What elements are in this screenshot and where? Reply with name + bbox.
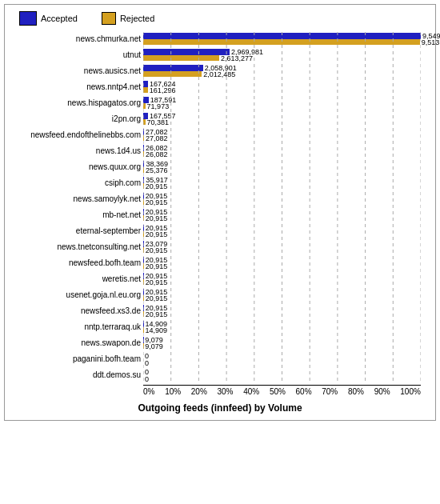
bar-label: eternal-september (13, 226, 141, 235)
bar-row: weretis.net20,91520,915 (143, 272, 421, 286)
bar-label: news.1d4.us (13, 146, 141, 155)
bar-rejected-value: 20,915 (144, 198, 168, 206)
bar-rejected-value: 27,082 (144, 134, 168, 142)
rejected-color-box (102, 12, 116, 25)
bar-rejected-value: 25,376 (144, 166, 168, 174)
bar-rejected (143, 71, 202, 77)
bar-label: news.ausics.net (13, 66, 141, 75)
chart-plot-area: news.chmurka.net9,549,3329,513,511utnut2… (143, 32, 421, 396)
bar-label: usenet.goja.nl.eu.org (13, 290, 141, 299)
accepted-label: Accepted (41, 14, 78, 23)
bar-label: newsfeed.bofh.team (13, 258, 141, 267)
bar-label: ddt.demos.su (13, 370, 141, 379)
bar-rejected-value: 26,082 (144, 150, 168, 158)
bar-row: news.tnetconsulting.net23,07920,915 (143, 240, 421, 254)
bar-rejected (143, 55, 219, 61)
bar-rejected-value: 0 (143, 359, 149, 367)
bar-row: news.samoylyk.net20,91520,915 (143, 192, 421, 206)
rejected-label: Rejected (120, 14, 154, 23)
bar-rejected-value: 20,915 (144, 246, 168, 254)
bar-rejected-value: 20,915 (144, 230, 168, 238)
bar-row: news.hispagatos.org187,59171,973 (143, 96, 421, 110)
bar-label: news.hispagatos.org (13, 98, 141, 107)
bar-row: utnut2,969,9812,613,277 (143, 48, 421, 62)
bar-row: newsfeed.bofh.team20,91520,915 (143, 256, 421, 270)
bars-container: news.chmurka.net9,549,3329,513,511utnut2… (143, 32, 421, 382)
bar-label: news.nntp4.net (13, 82, 141, 91)
bar-rejected-value: 20,915 (144, 262, 168, 270)
bar-label: newsfeed.xs3.de (13, 306, 141, 315)
bar-rejected-value: 20,915 (144, 214, 168, 222)
bar-row: news.chmurka.net9,549,3329,513,511 (143, 32, 421, 46)
bar-rejected (143, 39, 420, 45)
bar-row: nntp.terraraq.uk14,90914,909 (143, 320, 421, 334)
bar-label: news.swapon.de (13, 338, 141, 347)
x-axis (143, 385, 421, 386)
bar-label: weretis.net (13, 274, 141, 283)
legend-rejected: Rejected (102, 12, 154, 25)
bar-row: newsfeed.xs3.de20,91520,915 (143, 304, 421, 318)
bar-row: newsfeed.endofthelinebbs.com27,08227,082 (143, 128, 421, 142)
bar-label: mb-net.net (13, 210, 141, 219)
bar-row: mb-net.net20,91520,915 (143, 208, 421, 222)
bar-row: eternal-september20,91520,915 (143, 224, 421, 238)
bar-accepted (143, 49, 230, 55)
chart-title: Outgoing feeds (innfeed) by Volume (11, 402, 429, 414)
bar-rejected-value: 20,915 (144, 294, 168, 302)
bar-label: nntp.terraraq.uk (13, 322, 141, 331)
chart-container: Accepted Rejected news.chmurka.net9,549,… (4, 4, 436, 421)
bar-row: paganini.bofh.team00 (143, 352, 421, 366)
bar-rejected-value: 20,915 (144, 310, 168, 318)
bar-row: news.1d4.us26,08226,082 (143, 144, 421, 158)
bar-rejected-value: 9,513,511 (420, 38, 440, 46)
bar-rejected-value: 20,915 (144, 182, 168, 190)
legend-accepted: Accepted (19, 11, 78, 26)
bar-label: csiph.com (13, 178, 141, 187)
x-axis-labels: 0% 10% 20% 30% 40% 50% 60% 70% 80% 90% 1… (143, 387, 421, 396)
bar-label: utnut (13, 50, 141, 59)
bar-rejected-value: 9,079 (143, 342, 163, 350)
bar-rejected-value: 20,915 (144, 278, 168, 286)
bar-accepted (143, 65, 203, 71)
bar-row: i2pn.org167,55770,381 (143, 112, 421, 126)
legend: Accepted Rejected (19, 11, 429, 26)
bar-rejected-value: 0 (143, 375, 149, 383)
bar-label: newsfeed.endofthelinebbs.com (13, 130, 141, 139)
bar-label: news.chmurka.net (13, 34, 141, 43)
bar-label: paganini.bofh.team (13, 354, 141, 363)
bar-row: csiph.com35,91720,915 (143, 176, 421, 190)
bar-row: news.quux.org38,36925,376 (143, 160, 421, 174)
bar-row: news.nntp4.net167,624161,296 (143, 80, 421, 94)
bar-rejected-value: 70,381 (146, 118, 170, 126)
bar-rejected-value: 2,012,485 (202, 70, 235, 78)
bar-row: news.swapon.de9,0799,079 (143, 336, 421, 350)
bar-row: news.ausics.net2,058,9012,012,485 (143, 64, 421, 78)
bar-label: news.quux.org (13, 162, 141, 171)
accepted-color-box (19, 11, 37, 26)
bar-rejected-value: 2,613,277 (219, 54, 253, 62)
bar-rejected-value: 161,296 (148, 86, 176, 94)
bar-rejected-value: 14,909 (144, 326, 168, 334)
bar-row: usenet.goja.nl.eu.org20,91520,915 (143, 288, 421, 302)
bar-rejected-value: 71,973 (146, 102, 170, 110)
bar-label: news.tnetconsulting.net (13, 242, 141, 251)
bar-row: ddt.demos.su00 (143, 368, 421, 382)
bar-label: i2pn.org (13, 114, 141, 123)
bar-label: news.samoylyk.net (13, 194, 141, 203)
bar-accepted (143, 33, 421, 39)
